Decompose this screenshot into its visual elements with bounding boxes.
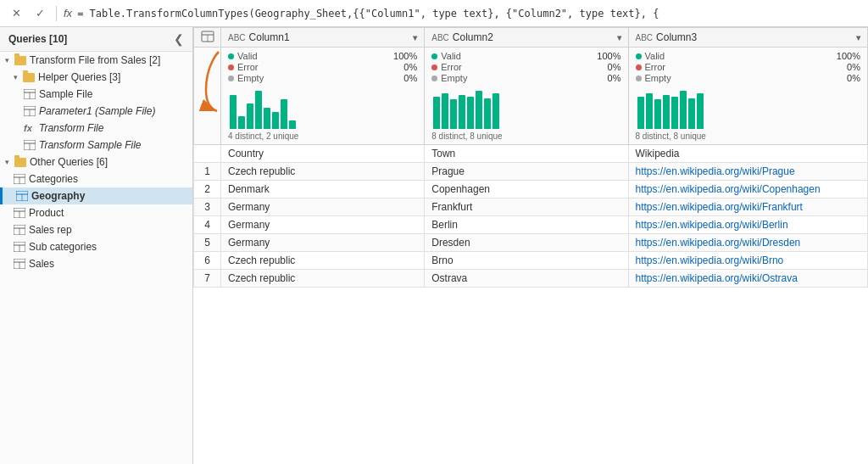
table-container[interactable]: ABC Column1 ▾ ABC Co (193, 27, 868, 464)
column1-dropdown-button[interactable]: ▾ (413, 33, 417, 42)
chevron-down-icon: ▾ (5, 56, 9, 64)
table-icon (16, 191, 28, 201)
row-number: 6 (194, 252, 221, 270)
sidebar-item-sample-file[interactable]: Sample File (0, 86, 192, 103)
valid-dot (228, 53, 234, 59)
sidebar-item-label: Parameter1 (Sample File) (39, 105, 155, 117)
table-cell: Copenhagen (425, 181, 628, 198)
row-number-header (194, 28, 221, 48)
table-row: 1 Czech republic Prague https://en.wikip… (194, 163, 868, 181)
main-layout: Queries [10] ❮ ▾ Transform File from Sal… (0, 27, 868, 464)
sidebar-item-label: Sample File (39, 88, 92, 100)
row-number: 7 (194, 270, 221, 288)
sidebar-item-label: Sales rep (29, 224, 72, 236)
table-cell: Germany (221, 198, 425, 216)
column3-distinct: 8 distinct, 8 unique (636, 131, 861, 141)
sidebar-item-helper-queries[interactable]: ▾ Helper Queries [3] (0, 69, 192, 86)
valid-dot (431, 53, 437, 59)
app-container: ✕ ✓ fx = Table.TransformColumnTypes(Geog… (0, 0, 868, 464)
table-cell: https://en.wikipedia.org/wiki/Frankfurt (628, 198, 868, 216)
error-dot (228, 64, 234, 70)
column1-header[interactable]: ABC Column1 ▾ (221, 28, 425, 48)
table-cell: Prague (425, 163, 628, 181)
table-cell: Town (425, 145, 628, 163)
empty-dot (431, 75, 437, 81)
sidebar-item-label: Categories (29, 173, 78, 185)
delete-button[interactable]: ✕ (7, 4, 25, 23)
column3-header[interactable]: ABC Column3 ▾ (628, 28, 868, 48)
column1-distinct: 4 distinct, 2 unique (228, 131, 417, 141)
folder-icon (14, 56, 26, 65)
column3-name: Column3 (656, 31, 697, 43)
table-row: 7 Czech republic Ostrava https://en.wiki… (194, 270, 868, 288)
sidebar-item-product[interactable]: Product (0, 204, 192, 221)
row-number: 3 (194, 198, 221, 216)
table-cell: Frankfurt (425, 198, 628, 216)
column2-header[interactable]: ABC Column2 ▾ (425, 28, 628, 48)
error-dot (636, 64, 642, 70)
column3-bar-chart (636, 87, 861, 129)
column-type-icon: ABC (228, 33, 246, 42)
row-number: 2 (194, 181, 221, 198)
table-header-icon (201, 31, 214, 42)
content-area: ABC Column1 ▾ ABC Co (193, 27, 868, 464)
sidebar-item-geography[interactable]: Geography (0, 187, 192, 204)
column2-dropdown-button[interactable]: ▾ (617, 33, 621, 42)
sidebar-item-sales[interactable]: Sales (0, 255, 192, 272)
column-type-icon: ABC (431, 33, 449, 42)
sidebar-item-categories[interactable]: Categories (0, 171, 192, 187)
sidebar-item-label: Transform Sample File (39, 139, 141, 151)
data-table: ABC Column1 ▾ ABC Co (193, 27, 868, 288)
sidebar-item-transform-file-from-sales[interactable]: ▾ Transform File from Sales [2] (0, 52, 192, 69)
table-cell: Dresden (425, 234, 628, 252)
sidebar-item-label: Geography (31, 190, 85, 202)
table-cell: Czech republic (221, 270, 425, 288)
table-cell: Ostrava (425, 270, 628, 288)
table-cell: Czech republic (221, 163, 425, 181)
empty-dot (636, 75, 642, 81)
column2-distinct: 8 distinct, 8 unique (431, 131, 620, 141)
chevron-down-icon: ▾ (14, 73, 18, 81)
sidebar-collapse-button[interactable]: ❮ (174, 32, 184, 46)
fx-label: fx (64, 7, 72, 20)
folder-icon (23, 73, 35, 82)
table-cell: https://en.wikipedia.org/wiki/Brno (628, 252, 868, 270)
chevron-down-icon: ▾ (5, 158, 9, 166)
table-cell: Czech republic (221, 252, 425, 270)
formula-bar: ✕ ✓ fx = Table.TransformColumnTypes(Geog… (0, 0, 868, 27)
table-cell: Country (221, 145, 425, 163)
valid-dot (636, 53, 642, 59)
sidebar: Queries [10] ❮ ▾ Transform File from Sal… (0, 27, 193, 464)
table-icon (14, 242, 25, 252)
column2-profile: Valid 100% Error 0% Em (425, 48, 628, 145)
row-number: 4 (194, 216, 221, 234)
table-icon (14, 174, 25, 184)
row-number: 5 (194, 234, 221, 252)
sidebar-item-label: Transform File from Sales [2] (30, 54, 160, 66)
sidebar-item-sub-categories[interactable]: Sub categories (0, 238, 192, 255)
column1-bar-chart (228, 87, 417, 129)
column2-bar-chart (431, 87, 620, 129)
column3-dropdown-button[interactable]: ▾ (856, 33, 860, 42)
folder-icon (14, 158, 26, 167)
row-number (194, 145, 221, 163)
table-row: 5 Germany Dresden https://en.wikipedia.o… (194, 234, 868, 252)
table-cell: https://en.wikipedia.org/wiki/Prague (628, 163, 868, 181)
confirm-button[interactable]: ✓ (31, 4, 49, 23)
sidebar-item-label: Sub categories (29, 241, 97, 253)
sidebar-item-label: Transform File (39, 122, 103, 134)
sidebar-item-transform-sample-file[interactable]: Transform Sample File (0, 137, 192, 154)
table-icon (24, 89, 36, 99)
sidebar-item-parameter1[interactable]: Parameter1 (Sample File) (0, 103, 192, 120)
sidebar-item-sales-rep[interactable]: Sales rep (0, 221, 192, 238)
table-icon (24, 140, 36, 150)
column-type-icon: ABC (636, 33, 654, 42)
sidebar-item-label: Product (29, 207, 64, 219)
empty-dot (228, 75, 234, 81)
error-dot (431, 64, 437, 70)
sidebar-item-transform-file[interactable]: fx Transform File (0, 120, 192, 137)
table-icon (14, 259, 25, 269)
table-cell: Germany (221, 216, 425, 234)
sidebar-item-other-queries[interactable]: ▾ Other Queries [6] (0, 154, 192, 171)
table-cell: Brno (425, 252, 628, 270)
